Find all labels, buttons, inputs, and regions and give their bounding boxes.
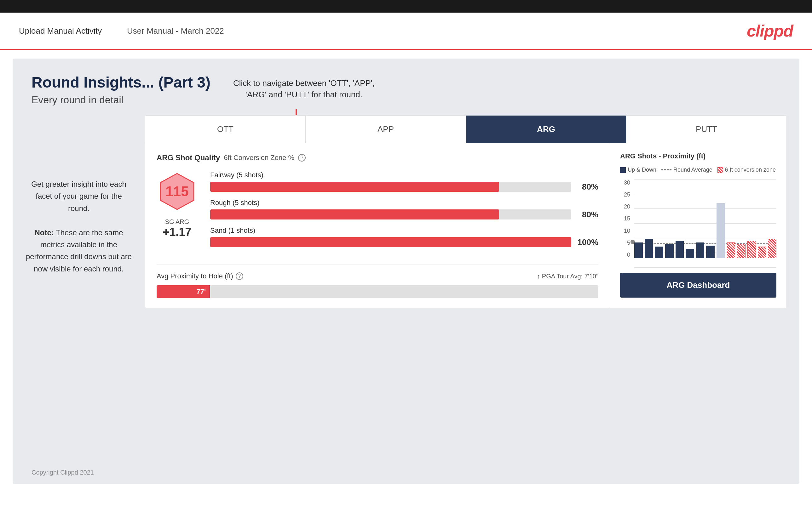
- header-left: Upload Manual Activity User Manual - Mar…: [19, 26, 224, 36]
- chart-header: ARG Shots - Proximity (ft) Up & Down Rou…: [620, 152, 776, 173]
- sand-bar-row: 100%: [210, 237, 598, 247]
- top-bar: [0, 0, 812, 13]
- proximity-bar-fill: 77': [157, 285, 209, 298]
- legend-conversion-label: 6 ft conversion zone: [725, 167, 776, 173]
- bar-5: [675, 241, 684, 258]
- shot-quality-header: ARG Shot Quality 6ft Conversion Zone % ?: [157, 153, 598, 162]
- bar-col-2: [645, 179, 653, 258]
- nav-hint: Click to navigate between 'OTT', 'APP', …: [233, 77, 375, 101]
- conversion-label: 6ft Conversion Zone %: [224, 154, 294, 162]
- tab-row: OTT APP ARG PUTT: [145, 116, 786, 143]
- pga-avg: ↑ PGA Tour Avg: 7'10": [537, 273, 598, 280]
- shot-quality-label: ARG Shot Quality: [157, 153, 220, 162]
- bar-8: [706, 246, 715, 258]
- chart-bars-area: [634, 179, 776, 258]
- bar-col-4: [665, 179, 674, 258]
- y-label-10: 10: [624, 228, 630, 234]
- sand-pct: 100%: [576, 237, 598, 247]
- bar-7: [696, 242, 705, 258]
- rough-bar-row: 80%: [210, 210, 598, 220]
- legend-conversion: 6 ft conversion zone: [717, 167, 776, 173]
- shot-bars: Fairway (5 shots) 80% Rough (5 shots): [210, 171, 598, 254]
- rough-bar-track: [210, 210, 571, 220]
- arg-dashboard-button[interactable]: ARG Dashboard: [620, 273, 776, 297]
- page-subtitle: Every round in detail: [32, 94, 780, 106]
- bar-col-14: [768, 179, 776, 258]
- legend-round-avg: Round Average: [661, 167, 712, 173]
- shot-row-rough: Rough (5 shots) 80%: [210, 199, 598, 220]
- bar-col-12: [747, 179, 756, 258]
- bar-col-7: [696, 179, 705, 258]
- fairway-bar-track: [210, 182, 571, 192]
- bar-10: [727, 242, 735, 258]
- chart-area: 30 25 20 15 10 5 0: [620, 179, 776, 268]
- bar-13: [758, 246, 766, 259]
- bar-col-5: [675, 179, 684, 258]
- proximity-val: 77': [197, 287, 206, 296]
- tab-app[interactable]: APP: [306, 116, 466, 143]
- bar-col-11: [737, 179, 746, 258]
- legend-items: Up & Down Round Average 6 ft conversion …: [620, 167, 776, 173]
- legend-hatched-box: [717, 167, 723, 173]
- bar-col-1: [634, 179, 643, 258]
- header: Upload Manual Activity User Manual - Mar…: [0, 13, 812, 50]
- help-icon[interactable]: ?: [298, 154, 306, 162]
- bar-6: [686, 249, 694, 258]
- bar-4: [665, 244, 674, 258]
- tab-putt[interactable]: PUTT: [626, 116, 786, 143]
- manual-title: User Manual - March 2022: [127, 26, 224, 36]
- fairway-bar-row: 80%: [210, 182, 598, 192]
- hexagon-wrapper: 115 SG ARG +1.17: [157, 171, 198, 239]
- proximity-help-icon[interactable]: ?: [236, 272, 243, 280]
- right-panel: ARG Shots - Proximity (ft) Up & Down Rou…: [610, 143, 786, 308]
- bar-2: [645, 239, 653, 259]
- bar-9: [716, 203, 725, 258]
- fairway-bar-fill: [210, 182, 499, 192]
- proximity-label: Avg Proximity to Hole (ft) ?: [157, 272, 243, 280]
- y-label-30: 30: [624, 179, 630, 186]
- bar-1: [634, 242, 643, 258]
- y-label-25: 25: [624, 191, 630, 198]
- sand-bar-track: [210, 237, 571, 247]
- y-label-5: 5: [627, 240, 630, 246]
- logo: clippd: [747, 21, 793, 40]
- proximity-section: Avg Proximity to Hole (ft) ? ↑ PGA Tour …: [157, 264, 598, 298]
- legend-avg-label: Round Average: [673, 167, 712, 173]
- sg-label: SG ARG +1.17: [163, 218, 191, 239]
- bar-col-9: [716, 179, 725, 258]
- dashboard-panel: OTT APP ARG PUTT ARG Shot Quality 6ft Co…: [145, 115, 787, 308]
- bar-col-3: [655, 179, 663, 258]
- sg-value: +1.17: [163, 225, 191, 239]
- tab-arg[interactable]: ARG: [466, 116, 626, 143]
- proximity-header: Avg Proximity to Hole (ft) ? ↑ PGA Tour …: [157, 272, 598, 280]
- y-label-20: 20: [624, 204, 630, 210]
- left-panel: ARG Shot Quality 6ft Conversion Zone % ?…: [145, 143, 610, 308]
- chart-y-axis: 30 25 20 15 10 5 0: [620, 179, 633, 258]
- fairway-pct: 80%: [576, 182, 598, 192]
- upload-link[interactable]: Upload Manual Activity: [19, 26, 102, 36]
- fairway-label: Fairway (5 shots): [210, 171, 598, 179]
- proximity-bar-track: 77': [157, 285, 598, 298]
- page-title: Round Insights... (Part 3): [32, 74, 780, 91]
- rough-pct: 80%: [576, 210, 598, 220]
- description-text: Get greater insight into each facet of y…: [25, 178, 132, 275]
- bar-col-13: [758, 179, 766, 258]
- panel-body: ARG Shot Quality 6ft Conversion Zone % ?…: [145, 143, 786, 308]
- legend-box-updown: [620, 167, 626, 173]
- shot-row-sand: Sand (1 shots) 100%: [210, 226, 598, 247]
- bar-12: [747, 241, 756, 258]
- bar-col-10: [727, 179, 735, 258]
- bar-3: [655, 246, 663, 259]
- bar-14: [768, 239, 776, 259]
- hexagon: 115: [157, 171, 198, 212]
- chart-title: ARG Shots - Proximity (ft): [620, 152, 706, 160]
- footer: Copyright Clippd 2021: [32, 469, 94, 476]
- main-content: Round Insights... (Part 3) Every round i…: [13, 59, 799, 484]
- copyright: Copyright Clippd 2021: [32, 469, 94, 476]
- rough-bar-fill: [210, 210, 499, 220]
- tab-ott[interactable]: OTT: [145, 116, 306, 143]
- note-label: Note:: [34, 228, 54, 237]
- score-section: 115 SG ARG +1.17 Fairway (5 shots): [157, 171, 598, 254]
- bar-col-8: [706, 179, 715, 258]
- legend-up-down: Up & Down: [620, 167, 656, 173]
